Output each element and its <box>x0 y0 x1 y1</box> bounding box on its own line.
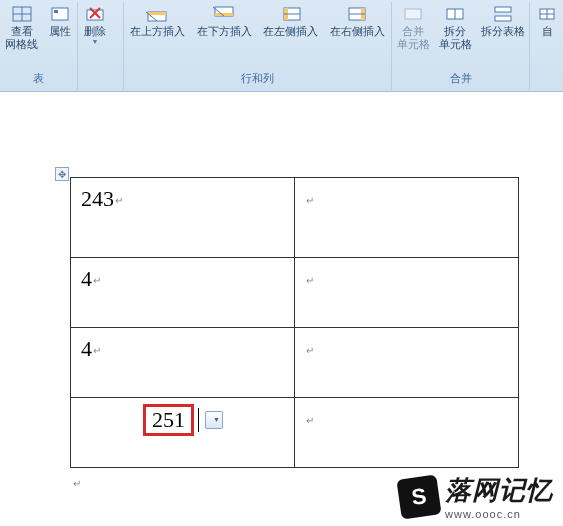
insert-above-icon <box>146 5 168 23</box>
svg-rect-3 <box>52 8 68 20</box>
view-gridlines-button[interactable]: 查看 网格线 <box>0 2 43 54</box>
insert-below-button[interactable]: 在下方插入 <box>191 2 258 41</box>
split-table-icon <box>492 5 514 23</box>
split-cells-label: 拆分 单元格 <box>439 25 472 51</box>
word-table[interactable]: 243↵ ↵ 4↵ ↵ 4↵ ↵ 251 ▼ ↵ <box>70 177 519 468</box>
cell-r4c1[interactable]: 251 ▼ <box>71 398 295 468</box>
autofit-label: 自 <box>542 25 553 38</box>
watermark: S 落网记忆 www.oooc.cn <box>399 473 553 520</box>
merge-cells-label: 合并 单元格 <box>397 25 430 51</box>
smart-tag-button[interactable]: ▼ <box>205 411 223 429</box>
chevron-down-icon: ▼ <box>213 416 220 424</box>
split-cells-icon <box>444 5 466 23</box>
table-properties-button[interactable]: 属性 <box>43 2 77 41</box>
delete-button[interactable]: 删除 ▼ <box>78 2 112 48</box>
table-move-handle[interactable]: ✥ <box>55 167 69 181</box>
group-label-rows-cols: 行和列 <box>124 71 391 88</box>
ribbon-group-truncated: 自 <box>530 2 563 90</box>
paragraph-mark-icon: ↵ <box>306 275 314 286</box>
insert-right-button[interactable]: 在右侧插入 <box>324 2 391 41</box>
insert-left-icon <box>280 5 302 23</box>
paragraph-mark-icon: ↵ <box>306 415 314 426</box>
split-table-button[interactable]: 拆分表格 <box>477 2 529 41</box>
cell-r3c2[interactable]: ↵ <box>295 328 519 398</box>
svg-rect-20 <box>405 9 421 19</box>
properties-icon <box>49 5 71 23</box>
insert-right-icon <box>347 5 369 23</box>
autofit-icon <box>536 5 558 23</box>
paragraph-mark-icon: ↵ <box>73 478 81 489</box>
cell-r4c2[interactable]: ↵ <box>295 398 519 468</box>
paragraph-mark-icon: ↵ <box>115 195 123 206</box>
ribbon-group-merge: 合并 单元格 拆分 单元格 拆分表格 合并 <box>392 2 530 90</box>
cell-r3c1[interactable]: 4↵ <box>71 328 295 398</box>
insert-left-label: 在左侧插入 <box>263 25 318 38</box>
watermark-title: 落网记忆 <box>445 473 553 508</box>
delete-label: 删除 <box>84 25 106 38</box>
paragraph-mark-icon: ↵ <box>93 345 101 356</box>
view-gridlines-label: 查看 网格线 <box>5 25 38 51</box>
autofit-button[interactable]: 自 <box>530 2 563 41</box>
group-label-merge: 合并 <box>392 71 529 88</box>
insert-below-icon <box>213 5 235 23</box>
ribbon-toolbar: 查看 网格线 属性 表 删除 ▼ 在上方插入 <box>0 0 563 92</box>
insert-right-label: 在右侧插入 <box>330 25 385 38</box>
insert-left-button[interactable]: 在左侧插入 <box>258 2 325 41</box>
ribbon-group-rows-cols: 在上方插入 在下方插入 在左侧插入 在右侧插入 行和列 <box>124 2 392 90</box>
grid-icon <box>11 5 33 23</box>
paragraph-mark-icon: ↵ <box>93 275 101 286</box>
group-label-table: 表 <box>0 71 77 88</box>
merge-cells-button[interactable]: 合并 单元格 <box>392 2 434 54</box>
split-table-label: 拆分表格 <box>481 25 525 38</box>
svg-rect-23 <box>495 7 511 12</box>
svg-rect-5 <box>87 10 103 20</box>
formula-result: 251 ▼ <box>143 404 223 436</box>
svg-rect-9 <box>148 12 166 15</box>
watermark-logo-icon: S <box>396 474 441 519</box>
merge-icon <box>402 5 424 23</box>
delete-icon <box>84 5 106 23</box>
dropdown-icon: ▼ <box>92 38 99 45</box>
insert-above-button[interactable]: 在上方插入 <box>124 2 191 41</box>
svg-rect-24 <box>495 16 511 21</box>
svg-rect-4 <box>54 10 58 13</box>
insert-below-label: 在下方插入 <box>197 25 252 38</box>
split-cells-button[interactable]: 拆分 单元格 <box>434 2 476 54</box>
paragraph-mark-icon: ↵ <box>306 195 314 206</box>
table-properties-label: 属性 <box>49 25 71 38</box>
watermark-url: www.oooc.cn <box>445 508 553 520</box>
formula-value[interactable]: 251 <box>143 404 194 436</box>
paragraph-mark-icon: ↵ <box>306 345 314 356</box>
document-area[interactable]: ✥ 243↵ ↵ 4↵ ↵ 4↵ ↵ 251 ▼ ↵ ↵ S <box>0 92 563 526</box>
cell-r2c2[interactable]: ↵ <box>295 258 519 328</box>
cell-r2c1[interactable]: 4↵ <box>71 258 295 328</box>
insert-above-label: 在上方插入 <box>130 25 185 38</box>
text-cursor <box>198 408 199 432</box>
cell-r1c2[interactable]: ↵ <box>295 178 519 258</box>
ribbon-group-table: 查看 网格线 属性 表 <box>0 2 78 90</box>
ribbon-group-delete: 删除 ▼ <box>78 2 124 90</box>
cell-r1c1[interactable]: 243↵ <box>71 178 295 258</box>
